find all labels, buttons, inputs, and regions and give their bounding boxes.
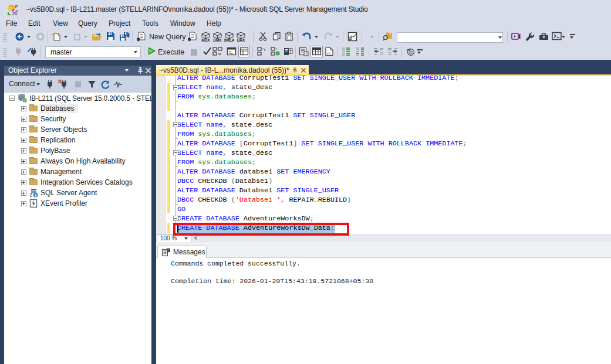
svg-text:DMX: DMX <box>213 38 222 42</box>
svg-text:MDX: MDX <box>201 38 210 42</box>
svg-text:XMLA: XMLA <box>224 38 234 42</box>
svg-text:DAX: DAX <box>237 38 245 42</box>
svg-text:?: ? <box>34 193 36 198</box>
